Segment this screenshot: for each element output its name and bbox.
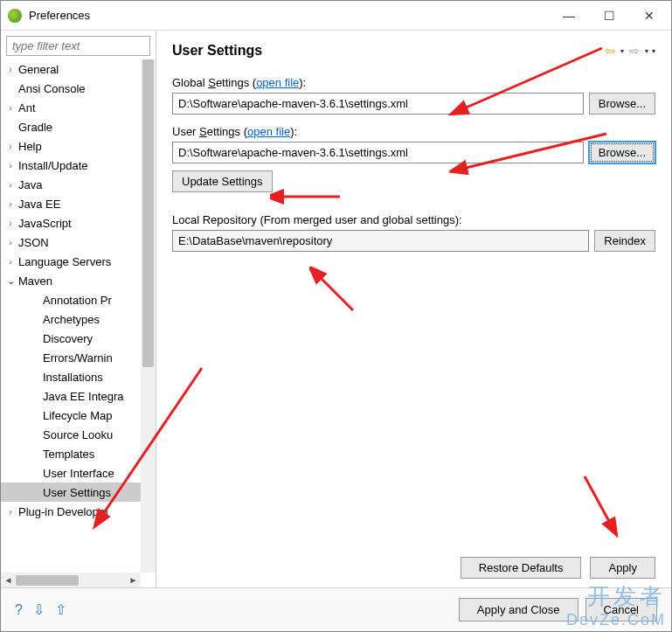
chevron-right-icon[interactable]: ›: [4, 102, 17, 113]
tree-item-label: Java EE Integra: [41, 390, 126, 403]
tree-item-plug-in-developm[interactable]: ›Plug-in Developm: [1, 502, 141, 521]
tree-item-archetypes[interactable]: Archetypes: [1, 309, 141, 329]
tree-item-label: Plug-in Developm: [17, 505, 110, 518]
update-row: Update Settings: [172, 170, 655, 192]
tree-item-label: JavaScript: [17, 217, 73, 230]
local-repository-row: Reindex: [172, 230, 655, 252]
preferences-tree[interactable]: ›GeneralAnsi Console›AntGradle›Help›Inst…: [1, 59, 141, 573]
tree-item-label: General: [17, 63, 60, 76]
annotation-arrow: [576, 468, 628, 538]
close-button[interactable]: ✕: [629, 2, 669, 30]
vertical-scrollbar[interactable]: [141, 59, 156, 573]
sidebar: ›GeneralAnsi Console›AntGradle›Help›Inst…: [1, 31, 156, 587]
apply-and-close-button[interactable]: Apply and Close: [459, 598, 578, 622]
cancel-button[interactable]: Cancel: [585, 598, 657, 622]
user-settings-label: User Settings (open file):: [172, 125, 655, 138]
tree-item-errors-warnin[interactable]: Errors/Warnin: [1, 348, 141, 367]
tree-item-templates[interactable]: Templates: [1, 444, 141, 463]
chevron-down-icon[interactable]: ⌄: [4, 275, 17, 287]
tree-item-label: Archetypes: [41, 313, 101, 326]
tree-item-label: Lifecycle Map: [41, 409, 114, 422]
tree-item-java-ee[interactable]: ›Java EE: [1, 194, 141, 213]
chevron-right-icon[interactable]: ›: [4, 256, 17, 267]
chevron-right-icon[interactable]: ›: [4, 198, 17, 209]
apply-button[interactable]: Apply: [590, 557, 655, 579]
tree-item-label: Installations: [41, 371, 105, 384]
content-header: User Settings ⇦▾ ⇨▾ ▾: [172, 43, 655, 59]
tree-item-gradle[interactable]: Gradle: [1, 117, 141, 136]
tree-item-label: Templates: [41, 448, 96, 461]
tree-item-annotation-pr[interactable]: Annotation Pr: [1, 290, 141, 309]
tree-item-install-update[interactable]: ›Install/Update: [1, 156, 141, 175]
tree-item-ansi-console[interactable]: Ansi Console: [1, 79, 141, 98]
global-settings-row: Browse...: [172, 93, 655, 115]
filter-input[interactable]: [6, 36, 150, 56]
tree-item-installations[interactable]: Installations: [1, 367, 141, 386]
import-icon[interactable]: ⇩: [33, 601, 45, 618]
tree-item-ant[interactable]: ›Ant: [1, 98, 141, 117]
maximize-button[interactable]: ☐: [589, 2, 629, 30]
back-menu-caret[interactable]: ▾: [620, 47, 624, 55]
restore-defaults-button[interactable]: Restore Defaults: [461, 557, 582, 579]
user-open-file-link[interactable]: open file: [247, 125, 290, 138]
annotation-arrow: [309, 267, 371, 319]
chevron-right-icon[interactable]: ›: [4, 506, 17, 517]
svg-line-4: [585, 476, 611, 524]
tree-item-source-looku[interactable]: Source Looku: [1, 425, 141, 444]
tree-item-label: Language Servers: [17, 255, 113, 268]
tree-item-json[interactable]: ›JSON: [1, 233, 141, 252]
tree-item-user-settings[interactable]: User Settings: [1, 483, 141, 502]
tree-item-user-interface[interactable]: User Interface: [1, 463, 141, 483]
horizontal-scroll-thumb[interactable]: [16, 575, 79, 586]
global-settings-input[interactable]: [172, 93, 584, 115]
chevron-right-icon[interactable]: ›: [4, 218, 17, 228]
update-settings-button[interactable]: Update Settings: [172, 170, 273, 192]
tree-item-maven[interactable]: ⌄Maven: [1, 271, 141, 290]
tree-item-label: Gradle: [17, 121, 54, 134]
reindex-button[interactable]: Reindex: [594, 230, 655, 252]
tree-container: ›GeneralAnsi Console›AntGradle›Help›Inst…: [1, 59, 156, 587]
user-browse-button[interactable]: Browse...: [589, 142, 655, 163]
tree-item-javascript[interactable]: ›JavaScript: [1, 213, 141, 233]
tree-item-label: Help: [17, 140, 44, 153]
back-arrow-icon[interactable]: ⇦: [603, 44, 617, 58]
tree-item-label: Install/Update: [17, 159, 90, 172]
global-settings-label: Global Settings (open file):: [172, 76, 655, 89]
forward-menu-caret[interactable]: ▾: [645, 47, 648, 55]
forward-arrow-icon[interactable]: ⇨: [627, 44, 641, 58]
chevron-right-icon[interactable]: ›: [4, 179, 17, 190]
eclipse-icon: [8, 9, 22, 23]
scroll-right-arrow[interactable]: ►: [126, 575, 141, 585]
help-icons: ? ⇩ ⇧: [15, 601, 66, 618]
tree-item-java[interactable]: ›Java: [1, 175, 141, 194]
svg-line-3: [318, 275, 353, 310]
tree-item-label: Java: [17, 178, 44, 191]
view-menu-caret[interactable]: ▾: [652, 47, 655, 55]
chevron-right-icon[interactable]: ›: [4, 141, 17, 151]
vertical-scroll-thumb[interactable]: [142, 59, 154, 367]
help-icon[interactable]: ?: [15, 602, 23, 618]
tree-item-help[interactable]: ›Help: [1, 136, 141, 156]
content-panel: User Settings ⇦▾ ⇨▾ ▾ Global Settings (o…: [156, 31, 671, 587]
chevron-right-icon[interactable]: ›: [4, 64, 17, 74]
tree-item-language-servers[interactable]: ›Language Servers: [1, 252, 141, 271]
minimize-button[interactable]: —: [549, 2, 589, 30]
global-open-file-link[interactable]: open file: [256, 76, 299, 89]
tree-item-label: Ansi Console: [17, 82, 87, 95]
tree-item-java-ee-integra[interactable]: Java EE Integra: [1, 386, 141, 406]
global-browse-button[interactable]: Browse...: [589, 93, 655, 115]
tree-item-label: JSON: [17, 236, 51, 249]
tree-item-lifecycle-map[interactable]: Lifecycle Map: [1, 406, 141, 425]
chevron-right-icon[interactable]: ›: [4, 160, 17, 170]
scroll-left-arrow[interactable]: ◄: [1, 575, 16, 585]
chevron-right-icon[interactable]: ›: [4, 237, 17, 247]
tree-item-discovery[interactable]: Discovery: [1, 329, 141, 348]
tree-item-general[interactable]: ›General: [1, 59, 141, 79]
tree-item-label: Annotation Pr: [41, 294, 114, 307]
horizontal-scrollbar[interactable]: ◄ ►: [1, 573, 141, 587]
user-settings-input[interactable]: [172, 142, 584, 163]
export-icon[interactable]: ⇧: [55, 601, 66, 618]
nav-history: ⇦▾ ⇨▾ ▾: [603, 44, 655, 58]
tree-item-label: Discovery: [41, 332, 94, 345]
tree-item-label: Maven: [17, 274, 54, 288]
